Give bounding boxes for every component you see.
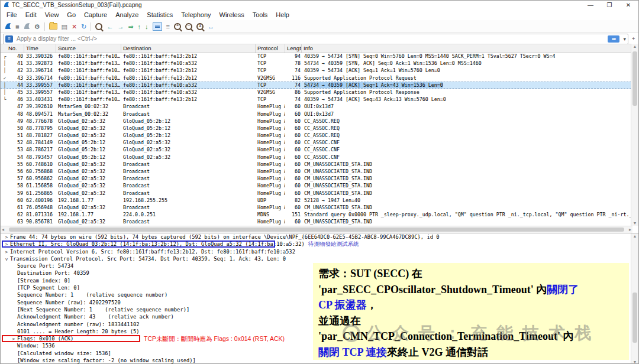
apply-filter-icon[interactable]: ➡ [608,35,619,43]
packet-row[interactable]: 5348.786217GloQuad_05:2b:12GloQuad_02:a5… [1,146,631,153]
scroll-down-icon[interactable]: ▼ [631,221,638,225]
column-header-destination[interactable]: Destination [121,44,256,53]
toolbar-separator [91,22,91,31]
packet-row[interactable]: 5048.778795GloQuad_02:a5:32GloQuad_05:2b… [1,125,631,132]
scrollbar-thumb[interactable] [632,51,637,106]
open-file-icon[interactable] [49,23,57,30]
maximize-button[interactable]: ❐ [600,1,619,10]
zoom-in-icon[interactable] [174,23,181,30]
column-header-source[interactable]: Source [56,44,121,53]
packet-row[interactable]: 4739.392610MstarSem_00:02:32BroadcastHom… [1,103,631,110]
goto-packet-icon[interactable]: ⇒ [128,22,133,31]
menu-capture[interactable]: Capture [80,11,111,18]
cell-length: 60 [285,103,302,110]
details-scrollbar[interactable]: ▲ ▼ [631,233,638,364]
packet-row[interactable]: 5448.793457GloQuad_05:2b:12GloQuad_02:a5… [1,154,631,161]
packet-row[interactable]: 4848.094571MstarSem_00:02:32BroadcastHom… [1,110,631,118]
packet-row[interactable]: 6176.056948GloQuad_02:a5:32BroadcastHome… [1,204,631,211]
packet-row[interactable]: 5861.156858GloQuad_02:a5:32BroadcastHome… [1,182,631,189]
zoom-reset-icon[interactable] [196,23,204,30]
packet-row[interactable]: 6281.071316192.168.1.77224.0.0.251MDNS15… [1,211,631,218]
go-top-icon[interactable]: ↑ [138,22,141,31]
hscrollbar-thumb[interactable] [9,228,624,232]
menu-telephony[interactable]: Telephony [177,11,215,18]
resize-columns-icon[interactable]: ↔ [208,22,214,31]
detail-text: [TCP Segment Len: 0] [17,285,80,291]
cell-no: 44 [9,82,24,88]
packet-row[interactable]: ┌4033.390326fe80::161f:baff:fe10…fe80::1… [1,53,631,60]
packet-row[interactable]: 4948.776678GloQuad_02:a5:32GloQuad_05:2b… [1,118,631,125]
menu-go[interactable]: Go [63,11,80,18]
window-controls: — ❐ ✕ [581,1,638,10]
packet-list-hscrollbar[interactable]: ◂ ▸ [1,226,632,233]
detail-text: Acknowledgment number (raw): 1833441102 [17,321,140,327]
find-packet-icon[interactable] [95,23,102,30]
packet-row[interactable]: 6062.400196192.168.1.77192.168.255.255UD… [1,197,631,204]
zoom-out-icon[interactable] [185,23,192,30]
scroll-left-icon[interactable]: ◂ [2,226,4,233]
menu-view[interactable]: View [41,11,63,18]
save-file-icon[interactable]: ▤ [62,22,67,31]
go-back-icon[interactable]: ← [106,22,113,31]
add-filter-button[interactable]: ＋ [631,35,636,43]
packet-row[interactable]: 5560.748610GloQuad_02:a5:32BroadcastHome… [1,161,631,168]
packet-row[interactable]: 5148.781827GloQuad_02:a5:32GloQuad_05:2b… [1,132,631,139]
packet-row[interactable]: ✓4333.396714fe80::161f:baff:fe10…fe80::1… [1,74,631,82]
minimize-button[interactable]: — [581,1,600,10]
capture-options-icon[interactable]: ⚙ [34,22,40,31]
packet-row[interactable]: │4233.396714fe80::161f:baff:fe10…fe80::1… [1,67,631,74]
column-header-time[interactable]: Time [24,44,56,53]
packet-row[interactable]: 5760.956862GloQuad_02:a5:32BroadcastHome… [1,175,631,182]
reload-icon[interactable]: ↻ [81,22,86,31]
close-file-icon[interactable]: ✕ [72,22,77,31]
menu-analyze[interactable]: Analyze [111,11,143,18]
go-bottom-icon[interactable]: ↓ [145,22,149,31]
packet-row[interactable]: 5961.256865GloQuad_02:a5:32BroadcastHome… [1,190,631,197]
close-button[interactable]: ✕ [619,1,638,10]
cell-no: 49 [9,118,24,125]
colorize-icon[interactable]: ≡ [166,22,170,31]
display-filter-input[interactable]: ≡ Apply a display filter ... <Ctrl-/> ➡ … [3,34,628,44]
column-header-no[interactable]: No. [1,44,24,53]
cell-source: fe80::161f:baff:fe10… [56,96,121,103]
menu-edit[interactable]: Edit [21,11,41,18]
packet-row[interactable]: └4633.403431fe80::161f:baff:fe10…fe80::1… [1,96,631,103]
detail-line[interactable]: >Internet Protocol Version 6, Src: fe80:… [1,248,639,255]
column-header-protocol[interactable]: Protocol [256,44,285,53]
scrollbar-thumb[interactable] [632,292,637,343]
detail-line[interactable]: >Frame 44: 74 bytes on wire (592 bits), … [1,233,639,240]
scroll-down-icon[interactable]: ▼ [631,360,638,364]
packet-row[interactable]: │4533.399557fe80::161f:baff:fe13…fe80::1… [1,89,631,96]
cell-source: GloQuad_05:2b:12 [56,146,121,153]
scroll-up-icon[interactable]: ▲ [631,44,638,48]
column-header-info[interactable]: Info [302,44,631,53]
cell-protocol: UDP [256,197,285,204]
scroll-up-icon[interactable]: ▲ [631,234,638,238]
go-forward-icon[interactable]: → [117,22,124,31]
packet-row[interactable]: 5248.784149GloQuad_05:2b:12GloQuad_02:a5… [1,139,631,146]
menu-tools[interactable]: Tools [248,11,272,18]
start-capture-icon[interactable] [5,21,11,32]
menu-file[interactable]: File [2,11,21,18]
column-header-length[interactable]: Length [285,44,302,53]
menu-statistics[interactable]: Statistics [143,11,177,18]
detail-line[interactable]: vTransmission Control Protocol, Src Port… [1,255,639,262]
stop-capture-icon[interactable]: ■ [15,22,20,31]
scroll-right-icon[interactable]: ▸ [629,226,631,233]
cell-no: 59 [9,190,24,197]
autoscroll-icon[interactable] [153,22,162,31]
cell-info: CC_ASSOC.REQ [302,125,631,132]
packet-row[interactable]: 5660.756868GloQuad_02:a5:32BroadcastHome… [1,168,631,175]
menu-wireless[interactable]: Wireless [215,11,248,18]
detail-line[interactable]: >Ethernet II, Src: GloQuad_03:2b:12 (14:… [1,240,639,248]
restart-capture-icon[interactable] [24,21,30,32]
filter-dropdown-icon[interactable]: ▾ [623,36,626,42]
row-gutter [1,182,9,189]
packet-row[interactable]: │4133.392873fe80::161f:baff:fe13…fe80::1… [1,60,631,67]
packet-list-scrollbar[interactable]: ▲ ▼ [631,44,638,226]
packet-row[interactable]: 6390.856781GloQuad_02:a5:32BroadcastHome… [1,218,631,225]
filter-bookmark-icon[interactable]: ≡ [5,35,13,43]
packet-row[interactable]: │4433.399557fe80::161f:baff:fe13…fe80::1… [1,82,631,89]
watermark: 公众号：充能技术栈 [343,322,601,344]
menu-help[interactable]: Help [272,11,293,18]
